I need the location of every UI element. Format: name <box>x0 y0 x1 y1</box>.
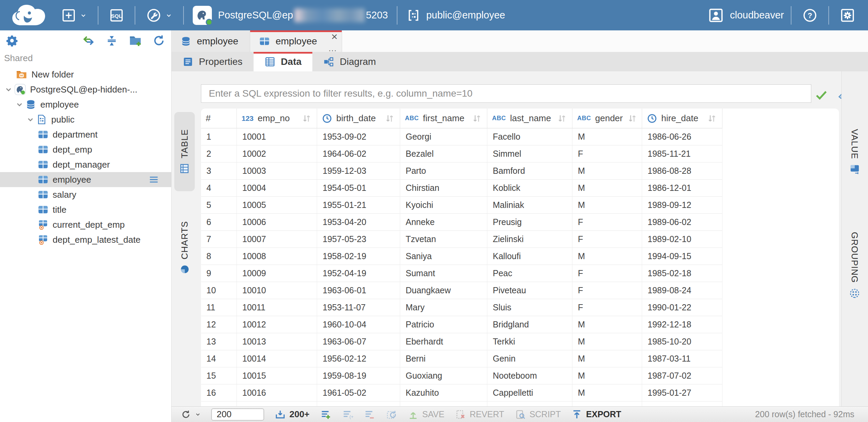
column-header-first_name[interactable]: ABCfirst_name <box>400 109 487 128</box>
user-menu[interactable]: cloudbeaver <box>707 7 784 24</box>
sync-connection-icon[interactable] <box>82 34 95 47</box>
grid-cell[interactable]: M <box>572 163 642 180</box>
grid-cell[interactable]: 1953-09-02 <box>317 128 400 145</box>
schema-selector[interactable]: public@employee <box>404 8 507 23</box>
grid-cell[interactable]: 1958-02-19 <box>317 248 400 265</box>
grid-cell[interactable]: 1987-03-11 <box>642 350 722 367</box>
row-number-cell[interactable]: 11 <box>201 299 237 316</box>
grid-cell[interactable]: 1963-06-07 <box>317 333 400 350</box>
row-number-cell[interactable] <box>201 402 237 406</box>
refresh-tree-icon[interactable] <box>152 34 166 47</box>
grid-cell[interactable]: 1989-02-10 <box>642 231 722 248</box>
add-folder-icon[interactable] <box>128 33 143 48</box>
grid-cell[interactable]: M <box>572 367 642 384</box>
tab-properties[interactable]: Properties <box>172 52 254 71</box>
grid-cell[interactable]: Nooteboom <box>487 367 572 384</box>
grid-cell[interactable]: Cappelletti <box>487 384 572 402</box>
grid-cell[interactable]: 1953-11-07 <box>317 299 400 316</box>
row-number-cell[interactable]: 2 <box>201 145 237 163</box>
grid-cell[interactable] <box>572 402 642 406</box>
grid-cell[interactable]: 10016 <box>237 384 317 402</box>
grid-cell[interactable]: Simmel <box>487 145 572 163</box>
grid-cell[interactable]: 1952-04-19 <box>317 265 400 282</box>
grid-cell[interactable]: 1954-05-01 <box>317 180 400 197</box>
grid-cell[interactable]: 1961-05-02 <box>317 384 400 402</box>
grid-cell[interactable]: Genin <box>487 350 572 367</box>
grid-cell[interactable]: Bezalel <box>400 145 487 163</box>
column-header-emp_no[interactable]: 123emp_no <box>237 109 317 128</box>
row-number-cell[interactable]: 4 <box>201 180 237 197</box>
sidebar-item-new-folder[interactable]: New folder <box>0 67 171 82</box>
driver-tools-button[interactable] <box>142 7 176 24</box>
grid-cell[interactable]: 10015 <box>237 367 317 384</box>
grid-cell[interactable]: Terkki <box>487 333 572 350</box>
tab-employee-data[interactable]: employee × ... <box>250 30 342 52</box>
sql-editor-button[interactable]: SQL <box>105 8 128 23</box>
duplicate-row-button[interactable]: (+) <box>342 409 353 420</box>
grid-cell[interactable]: Eberhardt <box>400 333 487 350</box>
panel-tab-value[interactable]: VALUE <box>844 112 865 192</box>
row-number-cell[interactable]: 8 <box>201 248 237 265</box>
grid-cell[interactable]: 1989-08-24 <box>642 282 722 299</box>
grid-cell[interactable]: 1959-08-19 <box>317 367 400 384</box>
row-number-cell[interactable]: 13 <box>201 333 237 350</box>
grid-cell[interactable]: Kazuhito <box>400 384 487 402</box>
row-number-cell[interactable]: 7 <box>201 231 237 248</box>
grid-cell[interactable]: 1989-09-12 <box>642 197 722 214</box>
grid-cell[interactable]: Georgi <box>400 128 487 145</box>
column-header-last_name[interactable]: ABClast_name <box>487 109 572 128</box>
grid-cell[interactable]: Duangkaew <box>400 282 487 299</box>
grid-cell[interactable]: M <box>572 350 642 367</box>
chevron-down-icon[interactable] <box>5 86 12 93</box>
sidebar-item-public[interactable]: public <box>0 112 171 127</box>
fetch-size-input[interactable] <box>211 408 264 421</box>
presentation-tab-table[interactable]: TABLE <box>174 112 195 191</box>
grid-cell[interactable]: Chirstian <box>400 180 487 197</box>
grid-cell[interactable]: Peac <box>487 265 572 282</box>
grid-cell[interactable]: 10005 <box>237 197 317 214</box>
row-number-cell[interactable]: 6 <box>201 214 237 231</box>
tab-employee-object[interactable]: employee <box>172 30 250 52</box>
grid-cell[interactable]: 1963-06-01 <box>317 282 400 299</box>
sidebar-item-employee[interactable]: employee <box>0 97 171 112</box>
grid-cell[interactable]: Preusig <box>487 214 572 231</box>
grid-cell[interactable]: Patricio <box>400 316 487 333</box>
sql-filter-input[interactable] <box>201 84 811 103</box>
tab-data[interactable]: Data <box>254 52 313 71</box>
help-button[interactable]: ? <box>798 7 822 24</box>
settings-button[interactable] <box>836 7 859 24</box>
grid-cell[interactable]: 1985-10-20 <box>642 333 722 350</box>
script-button[interactable]: SCRIPT <box>514 409 561 420</box>
grid-cell[interactable]: Maliniak <box>487 197 572 214</box>
grid-cell[interactable]: Sluis <box>487 299 572 316</box>
sidebar-item-dept-emp-latest-date[interactable]: dept_emp_latest_date <box>0 232 171 247</box>
column-header-rownum[interactable]: # <box>201 109 237 128</box>
grid-cell[interactable]: 1960-10-04 <box>317 316 400 333</box>
sidebar-settings-gear-icon[interactable] <box>5 34 18 47</box>
chevron-down-icon[interactable] <box>27 116 34 123</box>
grid-cell[interactable]: M <box>572 248 642 265</box>
sort-icon[interactable] <box>471 113 482 124</box>
sort-icon[interactable] <box>384 113 395 124</box>
grid-cell[interactable]: 10002 <box>237 145 317 163</box>
connection-selector[interactable]: PostgreSQL@ep 5203 <box>191 6 390 25</box>
column-header-birth_date[interactable]: birth_date <box>317 109 400 128</box>
row-number-cell[interactable]: 16 <box>201 384 237 402</box>
sort-icon[interactable] <box>627 113 638 124</box>
grid-cell[interactable]: 1995-01-27 <box>642 384 722 402</box>
tab-diagram[interactable]: Diagram <box>312 52 387 71</box>
grid-cell[interactable]: F <box>572 299 642 316</box>
grid-cell[interactable]: Parto <box>400 163 487 180</box>
panel-tab-grouping[interactable]: GROUPING <box>844 197 865 334</box>
grid-cell[interactable]: F <box>572 231 642 248</box>
sidebar-item-title[interactable]: title <box>0 202 171 217</box>
grid-cell[interactable]: F <box>572 265 642 282</box>
grid-cell[interactable]: 1985-02-18 <box>642 265 722 282</box>
grid-cell[interactable]: 10014 <box>237 350 317 367</box>
add-row-button[interactable] <box>320 409 331 420</box>
export-button[interactable]: EXPORT <box>571 409 621 420</box>
grid-cell[interactable]: 1986-08-28 <box>642 163 722 180</box>
collapse-all-icon[interactable] <box>105 34 119 47</box>
grid-cell[interactable]: 10006 <box>237 214 317 231</box>
sidebar-item-dept-manager[interactable]: dept_manager <box>0 157 171 172</box>
